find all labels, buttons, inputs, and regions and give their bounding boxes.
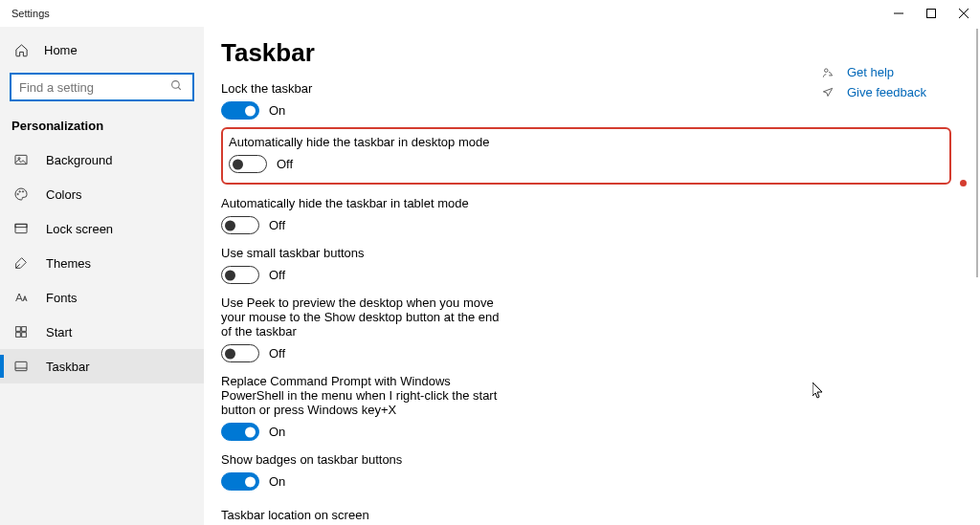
- sidebar-item-background[interactable]: Background: [0, 142, 204, 177]
- help-pane: Get help Give feedback: [820, 65, 926, 105]
- feedback-icon: [820, 86, 835, 99]
- svg-point-9: [19, 191, 20, 192]
- sidebar-item-lock-screen[interactable]: Lock screen: [0, 211, 204, 246]
- close-button[interactable]: [947, 0, 980, 27]
- svg-rect-12: [15, 224, 27, 227]
- nav-home-label: Home: [44, 43, 78, 57]
- svg-point-7: [18, 158, 20, 160]
- svg-point-8: [17, 193, 18, 194]
- toggle-small-buttons[interactable]: [221, 266, 259, 284]
- setting-label-peek: Use Peek to preview the desktop when you…: [221, 295, 508, 339]
- taskbar-icon: [13, 359, 29, 374]
- start-icon: [13, 324, 29, 339]
- give-feedback-link[interactable]: Give feedback: [820, 85, 926, 99]
- page-title: Taskbar: [221, 38, 951, 68]
- svg-rect-11: [15, 224, 27, 232]
- highlight-box: Automatically hide the taskbar in deskto…: [221, 127, 951, 185]
- svg-rect-14: [22, 327, 27, 332]
- nav-home[interactable]: Home: [0, 33, 204, 67]
- toggle-badges[interactable]: [221, 472, 259, 491]
- toggle-hide-tablet[interactable]: [221, 216, 259, 234]
- maximize-button[interactable]: [915, 0, 947, 27]
- window-title: Settings: [11, 8, 882, 19]
- help-label: Give feedback: [847, 85, 926, 99]
- svg-rect-17: [15, 361, 27, 370]
- toggle-state: On: [269, 103, 285, 118]
- sidebar-item-label: Start: [46, 325, 72, 339]
- toggle-state: Off: [269, 218, 285, 232]
- picture-icon: [13, 152, 29, 167]
- toggle-state: On: [269, 425, 285, 439]
- sidebar: Home Personalization Background Colors: [0, 27, 204, 525]
- setting-label-hide-tablet: Automatically hide the taskbar in tablet…: [221, 196, 951, 210]
- sidebar-item-label: Lock screen: [46, 222, 113, 236]
- search-input[interactable]: [10, 73, 194, 101]
- svg-point-19: [824, 68, 828, 72]
- themes-icon: [13, 255, 29, 271]
- sidebar-item-label: Taskbar: [46, 360, 90, 374]
- toggle-state: Off: [269, 346, 285, 361]
- toggle-hide-desktop[interactable]: [229, 155, 267, 173]
- sidebar-item-taskbar[interactable]: Taskbar: [0, 349, 204, 383]
- sidebar-category: Personalization: [0, 111, 204, 142]
- setting-label-badges: Show badges on taskbar buttons: [221, 452, 951, 467]
- palette-icon: [13, 186, 29, 202]
- setting-label-location: Taskbar location on screen: [221, 508, 951, 522]
- toggle-state: Off: [269, 268, 285, 282]
- toggle-state: On: [269, 474, 285, 489]
- setting-label-powershell: Replace Command Prompt with Windows Powe…: [221, 374, 508, 417]
- sidebar-item-fonts[interactable]: Fonts: [0, 280, 204, 315]
- sidebar-item-start[interactable]: Start: [0, 315, 204, 349]
- sidebar-item-label: Themes: [46, 256, 91, 271]
- svg-rect-15: [16, 333, 21, 338]
- sidebar-item-colors[interactable]: Colors: [0, 177, 204, 211]
- sidebar-item-label: Colors: [46, 187, 82, 202]
- annotation-dot-icon: [960, 180, 967, 186]
- setting-label-small-buttons: Use small taskbar buttons: [221, 246, 951, 260]
- svg-rect-16: [22, 333, 27, 338]
- help-icon: [820, 66, 835, 79]
- search-wrap: [10, 73, 194, 101]
- titlebar: Settings: [0, 0, 980, 27]
- help-label: Get help: [847, 65, 894, 79]
- sidebar-item-label: Fonts: [46, 291, 78, 305]
- sidebar-item-label: Background: [46, 153, 112, 167]
- lock-screen-icon: [13, 221, 29, 236]
- svg-rect-13: [16, 327, 21, 332]
- toggle-state: Off: [277, 157, 293, 171]
- sidebar-item-themes[interactable]: Themes: [0, 246, 204, 280]
- fonts-icon: [13, 290, 29, 305]
- svg-point-10: [22, 191, 23, 192]
- main-content: Taskbar Lock the taskbar On Automaticall…: [204, 27, 980, 525]
- get-help-link[interactable]: Get help: [820, 65, 926, 79]
- setting-label-hide-desktop: Automatically hide the taskbar in deskto…: [229, 135, 942, 149]
- home-icon: [13, 42, 29, 57]
- toggle-peek[interactable]: [221, 344, 259, 362]
- toggle-lock-taskbar[interactable]: [221, 101, 259, 120]
- toggle-powershell[interactable]: [221, 423, 259, 441]
- svg-rect-1: [927, 10, 936, 18]
- minimize-button[interactable]: [882, 0, 915, 27]
